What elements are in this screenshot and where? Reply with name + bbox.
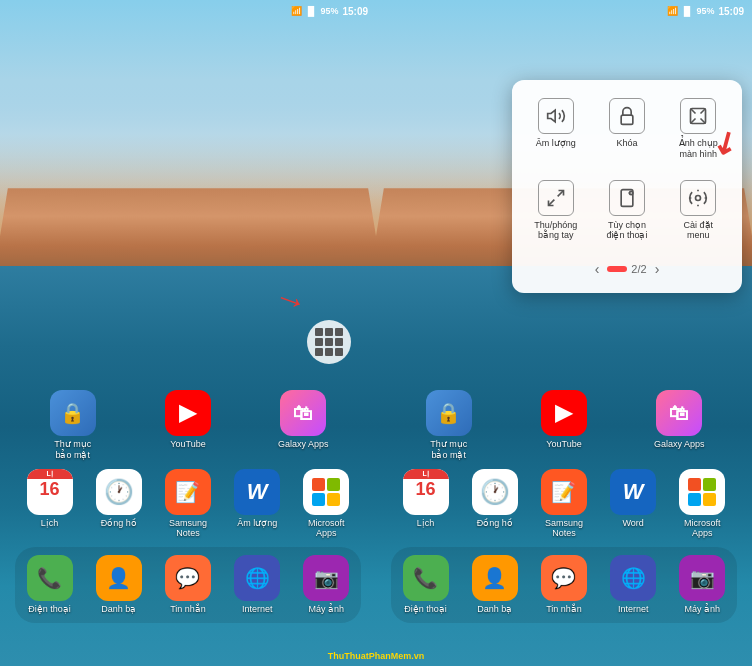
app-phone[interactable]: 📞 Điện thoại	[21, 555, 79, 615]
youtube-icon: ▶	[165, 390, 211, 436]
app-messages[interactable]: 💬 Tin nhắn	[159, 555, 217, 615]
wifi-icon-r: 📶	[667, 6, 678, 16]
app-row-1: 🔒 Thư mụcbảo mật ▶ YouTube 🛍 Galaxy Apps	[15, 390, 361, 461]
app-folder-r[interactable]: 🔒 Thư mụcbảo mật	[420, 390, 478, 461]
next-page-btn[interactable]: ›	[655, 261, 660, 277]
svg-line-3	[557, 190, 563, 196]
clock-icon: 🕐	[96, 469, 142, 515]
galaxy-icon: 🛍	[280, 390, 326, 436]
app-messages-r[interactable]: 💬 Tin nhắn	[535, 555, 593, 615]
active-page-dot	[607, 266, 627, 272]
app-folder[interactable]: 🔒 Thư mụcbảo mật	[44, 390, 102, 461]
notes-label-r: SamsungNotes	[545, 518, 583, 540]
galaxy-icon-r: 🛍	[656, 390, 702, 436]
clock-icon-r: 🕐	[472, 469, 518, 515]
status-time: 15:09	[342, 6, 368, 17]
battery-percent: 95%	[320, 6, 338, 16]
app-contacts[interactable]: 👤 Danh bạ	[90, 555, 148, 615]
app-camera-r[interactable]: 📷 Máy ảnh	[673, 555, 731, 615]
quick-menu-popup: Âm lượng Khóa	[512, 80, 742, 293]
msoft-label: MicrosoftApps	[308, 518, 345, 540]
camera-label: Máy ảnh	[309, 604, 345, 615]
wifi-icon: 📶	[291, 6, 302, 16]
volume-icon	[538, 98, 574, 134]
left-phone: 📶 ▐▌ 95% 15:09 → 🔒 Thư mụcbảo mật ▶ YouT…	[0, 0, 376, 666]
app-notes-r[interactable]: 📝 SamsungNotes	[535, 469, 593, 540]
svg-line-4	[548, 199, 554, 205]
msoft-icon	[303, 469, 349, 515]
resize-icon	[538, 180, 574, 216]
popup-items-grid: Âm lượng Khóa	[524, 92, 730, 247]
msoft-label-r: MicrosoftApps	[684, 518, 721, 540]
app-row-3-r: 📞 Điện thoại 👤 Danh bạ 💬 Tin nhắn 🌐 Inte…	[391, 547, 737, 623]
battery-r: 95%	[696, 6, 714, 16]
status-bar-right: 📶 ▐▌ 95% 15:09	[376, 0, 752, 22]
folder-icon-r: 🔒	[426, 390, 472, 436]
popup-volume[interactable]: Âm lượng	[524, 92, 587, 166]
msoft-icon-r	[679, 469, 725, 515]
internet-label: Internet	[242, 604, 273, 615]
app-row-2-r: LỊ 16 Lịch 🕐 Đồng hồ 📝 SamsungNotes W Wo…	[391, 469, 737, 540]
app-calendar[interactable]: LỊ 16 Lịch	[21, 469, 79, 540]
messages-icon: 💬	[165, 555, 211, 601]
contacts-label: Danh bạ	[101, 604, 136, 615]
app-internet-r[interactable]: 🌐 Internet	[604, 555, 662, 615]
apps-area: 🔒 Thư mụcbảo mật ▶ YouTube 🛍 Galaxy Apps…	[0, 390, 376, 631]
app-clock-r[interactable]: 🕐 Đồng hồ	[466, 469, 524, 540]
watermark: ThuThuatPhanMem.vn	[0, 651, 752, 661]
menu-settings-label: Cài đặtmenu	[684, 220, 714, 242]
popup-pagination: ‹ 2/2 ›	[524, 257, 730, 281]
app-notes[interactable]: 📝 SamsungNotes	[159, 469, 217, 540]
phone-icon: 📞	[27, 555, 73, 601]
app-word-r[interactable]: W Word	[604, 469, 662, 540]
contacts-icon-r: 👤	[472, 555, 518, 601]
clock-label-r: Đồng hồ	[477, 518, 513, 529]
app-galaxy[interactable]: 🛍 Galaxy Apps	[274, 390, 332, 461]
phone-options-icon	[609, 180, 645, 216]
popup-menu-settings[interactable]: Cài đặtmenu	[667, 174, 730, 248]
signal-icon-r: ▐▌	[681, 6, 694, 16]
app-word[interactable]: W Âm lượng	[228, 469, 286, 540]
messages-label: Tin nhắn	[170, 604, 206, 615]
all-apps-button[interactable]	[307, 320, 351, 364]
app-microsoft[interactable]: MicrosoftApps	[297, 469, 355, 540]
status-time-right: 15:09	[718, 6, 744, 17]
app-calendar-r[interactable]: LỊ 16 Lịch	[397, 469, 455, 540]
folder-label: Thư mụcbảo mật	[54, 439, 91, 461]
messages-label-r: Tin nhắn	[546, 604, 582, 615]
app-galaxy-r[interactable]: 🛍 Galaxy Apps	[650, 390, 708, 461]
lock-icon	[609, 98, 645, 134]
internet-icon: 🌐	[234, 555, 280, 601]
app-camera[interactable]: 📷 Máy ảnh	[297, 555, 355, 615]
app-youtube[interactable]: ▶ YouTube	[159, 390, 217, 461]
folder-icon: 🔒	[50, 390, 96, 436]
app-microsoft-r[interactable]: MicrosoftApps	[673, 469, 731, 540]
app-clock[interactable]: 🕐 Đồng hồ	[90, 469, 148, 540]
svg-rect-1	[621, 115, 633, 124]
app-youtube-r[interactable]: ▶ YouTube	[535, 390, 593, 461]
word-label-r: Word	[622, 518, 643, 529]
phone-options-label: Tùy chọnđiện thoại	[606, 220, 647, 242]
popup-lock[interactable]: Khóa	[595, 92, 658, 166]
notes-icon: 📝	[165, 469, 211, 515]
internet-icon-r: 🌐	[610, 555, 656, 601]
calendar-icon-r: LỊ 16	[403, 469, 449, 515]
app-internet[interactable]: 🌐 Internet	[228, 555, 286, 615]
phone-icon-r: 📞	[403, 555, 449, 601]
phone-label: Điện thoại	[28, 604, 71, 615]
app-row-2: LỊ 16 Lịch 🕐 Đồng hồ 📝 SamsungNotes W Âm…	[15, 469, 361, 540]
status-bar: 📶 ▐▌ 95% 15:09	[0, 0, 376, 22]
svg-marker-0	[547, 110, 555, 122]
popup-phone-options[interactable]: Tùy chọnđiện thoại	[595, 174, 658, 248]
menu-settings-icon	[680, 180, 716, 216]
galaxy-label-r: Galaxy Apps	[654, 439, 705, 450]
messages-icon-r: 💬	[541, 555, 587, 601]
phone-label-r: Điện thoại	[404, 604, 447, 615]
prev-page-btn[interactable]: ‹	[595, 261, 600, 277]
galaxy-label: Galaxy Apps	[278, 439, 329, 450]
folder-label-r: Thư mụcbảo mật	[430, 439, 467, 461]
app-contacts-r[interactable]: 👤 Danh bạ	[466, 555, 524, 615]
popup-resize[interactable]: Thu/phóngbằng tay	[524, 174, 587, 248]
internet-label-r: Internet	[618, 604, 649, 615]
app-phone-r[interactable]: 📞 Điện thoại	[397, 555, 455, 615]
